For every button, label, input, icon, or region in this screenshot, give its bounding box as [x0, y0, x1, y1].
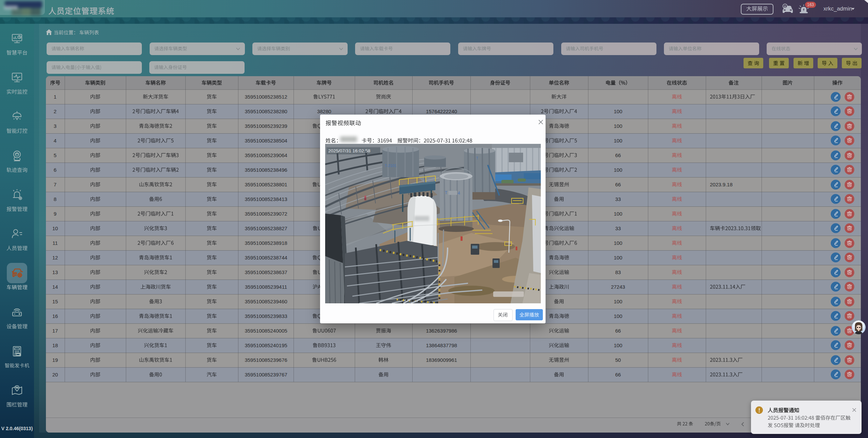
svg-text:T: T: [476, 156, 478, 160]
svg-text:4: 4: [458, 191, 460, 196]
svg-text:T: T: [445, 190, 448, 195]
svg-text:T-2101: T-2101: [385, 164, 396, 168]
svg-text:2025/07/31 16:02:58: 2025/07/31 16:02:58: [328, 148, 370, 153]
